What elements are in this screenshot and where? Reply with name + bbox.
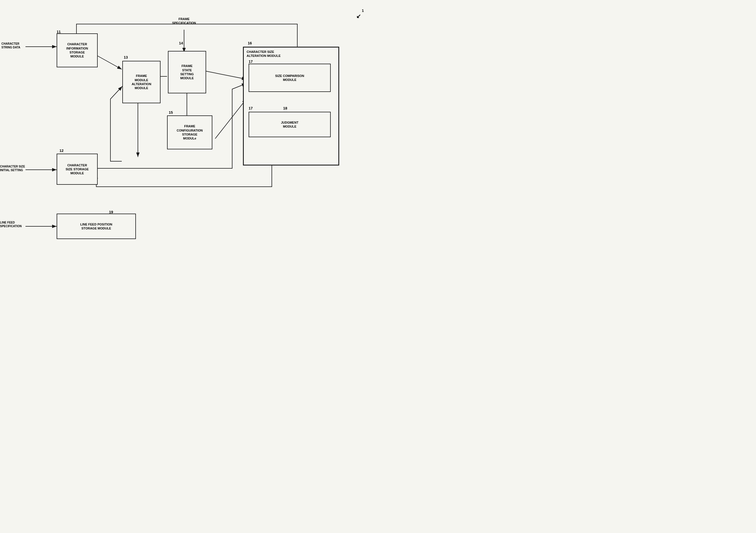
line-feed-position-box: LINE FEED POSITIONSTORAGE MODULE [57,214,136,239]
number-18-label: 17 [249,106,253,110]
char-info-storage-box: CHARACTERINFORMATIONSTORAGEMODULE [57,33,98,67]
char-info-storage-label: CHARACTERINFORMATIONSTORAGEMODULE [66,42,88,58]
svg-line-7 [204,71,246,79]
judgment-box: JUDGMENTMODULE [249,112,331,137]
line-feed-position-label: LINE FEED POSITIONSTORAGE MODULE [80,222,112,231]
char-size-storage-box: CHARACTERSIZE STORAGEMODULE [57,154,98,185]
frame-state-setting-label: FRAMESTATESETTINGMODULE [180,64,194,80]
size-comparison-label: SIZE COMPARISONMODULE [275,74,304,82]
number-16: 16 [248,41,252,45]
frame-config-storage-label: FRAMECONFIGURATIONSTORAGEMODULe [177,124,203,140]
number-15: 15 [169,110,173,114]
svg-line-10 [215,99,246,139]
input-char-size-initial: CHARACTER SIZEINITIAL SETTING [0,165,27,172]
system-diagram: 1 ↙ CHARACTER STRING DATA 11 CHARACTERIN… [0,0,378,266]
input-char-string: CHARACTER STRING DATA [1,42,27,49]
number-13: 13 [124,55,128,60]
frame-state-setting-box: FRAMESTATESETTINGMODULE [168,51,206,93]
frame-config-storage-box: FRAMECONFIGURATIONSTORAGEMODULe [167,115,212,149]
number-18: 18 [283,106,287,110]
frame-module-alteration-label: FRAMEMODULEALTERATIONMODULE [132,74,151,90]
number-12: 12 [60,148,64,153]
size-comparison-box: SIZE COMPARISONMODULE [249,63,331,92]
number-17: 17 [249,60,253,63]
system-number: 1 [362,9,364,13]
judgment-label: JUDGMENTMODULE [281,120,298,129]
char-size-storage-label: CHARACTERSIZE STORAGEMODULE [66,163,89,175]
input-line-feed-spec: LINE FEEDSPECIFICATION [0,221,27,228]
number-14: 14 [179,41,183,45]
frame-module-alteration-box: FRAMEMODULEALTERATIONMODULE [122,61,161,103]
svg-line-5 [96,55,122,69]
char-size-alteration-top-label: CHARACTER SIZEALTERATION MODULE [247,50,281,58]
frame-specification-label: FRAMESPECIFICATION [170,17,198,25]
